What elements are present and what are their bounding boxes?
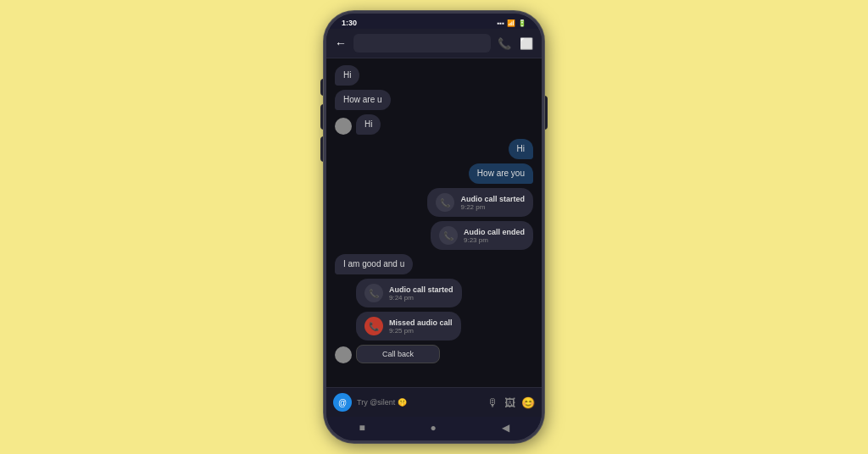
call-row: 📞 Audio call started 9:24 pm — [335, 279, 533, 307]
bottom-nav: ■ ● ◀ — [326, 417, 542, 440]
call-title: Audio call ended — [464, 228, 525, 236]
phone-icon[interactable]: 📞 — [498, 37, 511, 50]
circle-icon[interactable]: ● — [430, 422, 436, 434]
chat-messages: Hi How are u Hi Hi How are you — [326, 58, 542, 387]
at-silent-icon[interactable]: @ — [333, 393, 352, 412]
missed-call-row: 📞 Missed audio call 9:25 pm — [335, 312, 533, 340]
message-row: Hi — [335, 114, 533, 135]
call-text: Audio call started 9:24 pm — [389, 285, 453, 302]
video-icon[interactable]: ⬜ — [520, 37, 533, 50]
missed-call-bubble: 📞 Missed audio call 9:25 pm — [356, 312, 461, 340]
call-time: 9:24 pm — [389, 294, 453, 302]
message-row: Hi — [335, 139, 533, 159]
status-time: 1:30 — [342, 19, 357, 27]
status-icons: ▪▪▪ 📶 🔋 — [497, 19, 526, 27]
call-bubble-started: 📞 Audio call started 9:22 pm — [427, 188, 533, 217]
battery-icon: 🔋 — [518, 19, 526, 27]
avatar — [335, 346, 352, 363]
missed-call-icon: 📞 — [364, 317, 383, 335]
back-button[interactable]: ← — [335, 36, 347, 50]
phone-screen: 1:30 ▪▪▪ 📶 🔋 ← 📞 ⬜ Hi How are u — [324, 11, 544, 443]
call-text: Audio call ended 9:23 pm — [464, 228, 525, 244]
call-time: 9:23 pm — [464, 236, 525, 244]
phone-device: 1:30 ▪▪▪ 📶 🔋 ← 📞 ⬜ Hi How are u — [324, 11, 544, 443]
call-row: 📞 Audio call ended 9:23 pm — [335, 221, 533, 250]
call-title: Missed audio call — [389, 318, 453, 327]
call-bubble-ended: 📞 Audio call ended 9:23 pm — [431, 221, 533, 250]
header-actions: 📞 ⬜ — [498, 37, 533, 50]
call-text: Audio call started 9:22 pm — [460, 195, 525, 211]
image-icon[interactable]: 🖼 — [504, 396, 515, 409]
message-bubble: How are you — [469, 163, 533, 184]
signal-icon: ▪▪▪ — [497, 19, 504, 27]
status-bar: 1:30 ▪▪▪ 📶 🔋 — [326, 14, 542, 29]
avatar — [335, 118, 352, 135]
square-icon[interactable]: ■ — [359, 422, 364, 434]
message-row: Hi — [335, 65, 533, 86]
call-title: Audio call started — [389, 285, 453, 294]
message-row: I am good and u — [335, 254, 533, 274]
message-input[interactable]: Try @silent 🤫 — [357, 398, 482, 407]
call-time: 9:25 pm — [389, 327, 453, 335]
power-button — [544, 96, 548, 130]
message-bubble: I am good and u — [335, 254, 413, 274]
call-text: Missed audio call 9:25 pm — [389, 318, 453, 335]
call-row: 📞 Audio call started 9:22 pm — [335, 188, 533, 217]
triangle-icon[interactable]: ◀ — [502, 422, 509, 434]
message-bubble: Hi — [335, 65, 359, 86]
message-bubble: Hi — [509, 139, 533, 159]
message-bubble: Hi — [356, 114, 381, 135]
wifi-icon: 📶 — [507, 19, 515, 27]
mic-icon[interactable]: 🎙 — [487, 396, 498, 409]
contact-name-block — [353, 34, 491, 53]
input-actions: 🎙 🖼 😊 — [487, 396, 535, 409]
emoji-icon[interactable]: 😊 — [521, 396, 535, 409]
message-row: How are you — [335, 163, 533, 184]
input-bar: @ Try @silent 🤫 🎙 🖼 😊 — [326, 387, 542, 417]
call-icon: 📞 — [439, 226, 458, 245]
call-back-button[interactable]: Call back — [356, 345, 440, 363]
chat-header: ← 📞 ⬜ — [326, 29, 542, 58]
message-bubble: How are u — [335, 90, 391, 110]
call-time: 9:22 pm — [460, 203, 525, 211]
call-back-row: Call back — [335, 345, 533, 363]
call-title: Audio call started — [460, 195, 525, 203]
call-bubble-started-recv: 📞 Audio call started 9:24 pm — [356, 279, 462, 307]
call-icon: 📞 — [364, 284, 383, 302]
call-icon: 📞 — [436, 193, 454, 212]
message-row: How are u — [335, 90, 533, 110]
